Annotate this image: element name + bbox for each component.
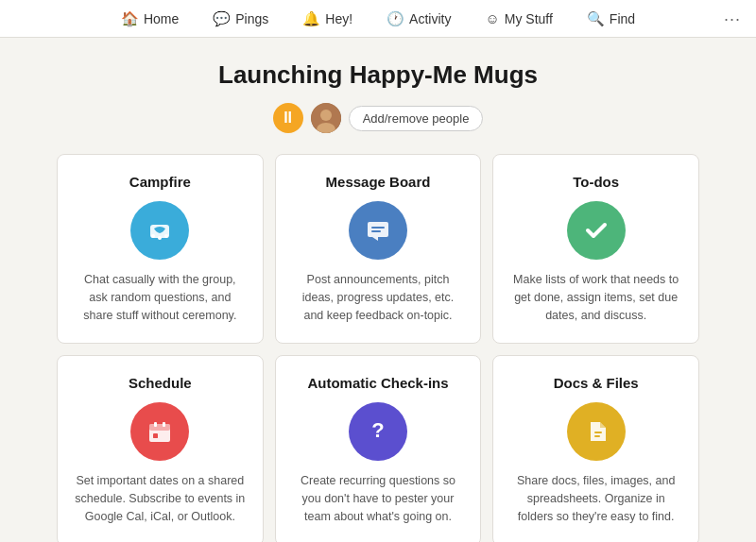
- campfire-card[interactable]: Campfire Chat casually with the group, a…: [57, 154, 264, 344]
- nav-pings-label: Pings: [235, 11, 268, 26]
- svg-point-5: [158, 236, 162, 240]
- svg-marker-10: [372, 237, 378, 241]
- top-nav: 🏠 Home 💬 Pings 🔔 Hey! 🕐 Activity ☺ My St…: [0, 0, 756, 38]
- hey-icon: 🔔: [302, 10, 320, 27]
- schedule-icon: [130, 402, 189, 461]
- docs-desc: Share docs, files, images, and spreadshe…: [510, 472, 681, 525]
- nav-mystuff-label: My Stuff: [505, 11, 553, 26]
- message-board-desc: Post announcements, pitch ideas, progres…: [293, 271, 464, 324]
- docs-title: Docs & Files: [554, 375, 639, 391]
- add-remove-people-button[interactable]: Add/remove people: [349, 106, 484, 131]
- svg-rect-16: [153, 434, 158, 438]
- schedule-card[interactable]: Schedule Set important dates on a shared…: [57, 355, 264, 542]
- nav-hey-label: Hey!: [325, 11, 352, 26]
- todos-title: To-dos: [573, 174, 619, 190]
- svg-text:?: ?: [371, 418, 384, 442]
- checkins-card[interactable]: Automatic Check-ins ? Create recurring q…: [275, 355, 482, 542]
- message-board-title: Message Board: [326, 174, 431, 190]
- docs-card[interactable]: Docs & Files Share docs, files, images, …: [492, 355, 699, 542]
- activity-icon: 🕐: [387, 10, 404, 27]
- checkins-desc: Create recurring questions so you don't …: [293, 472, 464, 525]
- svg-rect-18: [594, 432, 602, 433]
- svg-rect-9: [371, 230, 381, 232]
- nav-home-label: Home: [144, 11, 179, 26]
- svg-rect-7: [368, 222, 388, 237]
- home-icon: 🏠: [121, 10, 139, 27]
- avatar-2: [311, 103, 341, 133]
- todos-desc: Make lists of work that needs to get don…: [510, 271, 681, 324]
- nav-home[interactable]: 🏠 Home: [115, 7, 184, 31]
- find-icon: 🔍: [587, 10, 605, 27]
- pings-icon: 💬: [213, 10, 231, 27]
- docs-icon: [567, 402, 626, 461]
- page-title: Launching Happy-Me Mugs: [218, 60, 538, 90]
- nav-activity-label: Activity: [409, 11, 451, 26]
- svg-rect-8: [371, 227, 385, 229]
- checkins-title: Automatic Check-ins: [307, 375, 448, 391]
- mystuff-icon: ☺: [485, 10, 499, 26]
- nav-find-label: Find: [610, 11, 635, 26]
- nav-find[interactable]: 🔍 Find: [581, 7, 641, 31]
- svg-rect-19: [594, 435, 600, 437]
- svg-point-6: [164, 234, 168, 238]
- nav-pings[interactable]: 💬 Pings: [207, 7, 274, 31]
- cards-grid: Campfire Chat casually with the group, a…: [57, 154, 699, 542]
- campfire-desc: Chat casually with the group, ask random…: [75, 271, 246, 324]
- svg-rect-14: [163, 422, 165, 427]
- more-button[interactable]: ···: [724, 8, 741, 28]
- svg-point-4: [151, 234, 155, 238]
- svg-rect-12: [149, 424, 170, 431]
- people-row: II Add/remove people: [273, 103, 484, 133]
- todos-card[interactable]: To-dos Make lists of work that needs to …: [492, 154, 699, 344]
- main-content: Launching Happy-Me Mugs II Add/remove pe…: [0, 38, 756, 542]
- schedule-title: Schedule: [129, 375, 192, 391]
- schedule-desc: Set important dates on a shared schedule…: [75, 472, 246, 525]
- checkins-icon: ?: [349, 402, 407, 461]
- message-board-card[interactable]: Message Board Post announcements, pitch …: [275, 154, 482, 344]
- svg-point-1: [320, 110, 332, 121]
- campfire-icon: [130, 201, 189, 260]
- nav-mystuff[interactable]: ☺ My Stuff: [479, 7, 558, 30]
- todos-icon: [567, 201, 626, 260]
- nav-hey[interactable]: 🔔 Hey!: [297, 7, 358, 31]
- campfire-title: Campfire: [129, 174, 191, 190]
- nav-activity[interactable]: 🕐 Activity: [381, 7, 456, 31]
- avatar-1: II: [273, 103, 303, 133]
- svg-rect-13: [154, 422, 157, 427]
- message-board-icon: [349, 201, 407, 260]
